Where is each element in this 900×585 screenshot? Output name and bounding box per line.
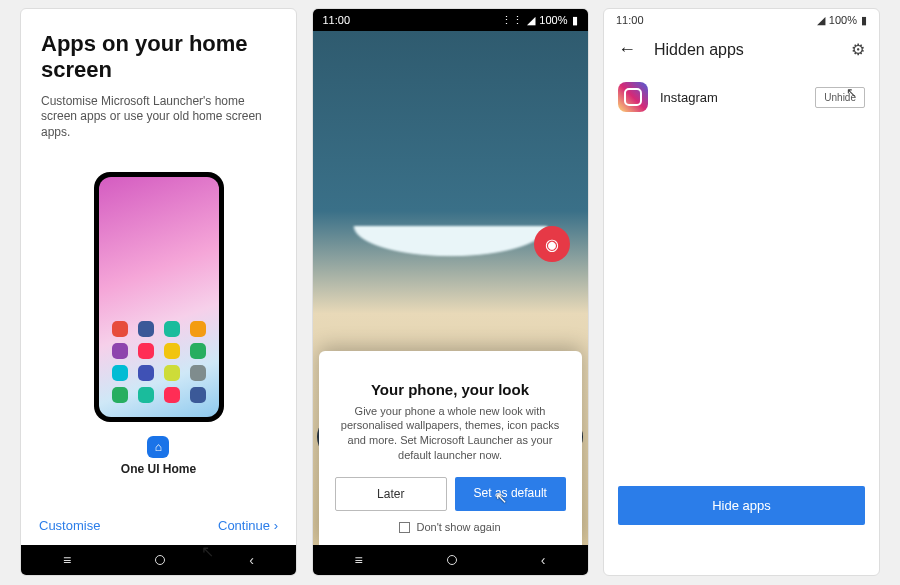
battery-icon: ▮	[861, 14, 867, 27]
screenshot-panel-1: Apps on your home screen Customise Micro…	[20, 8, 297, 576]
android-navbar: ≡ ‹	[313, 545, 588, 575]
unhide-button[interactable]: Unhide	[815, 87, 865, 108]
status-time: 11:00	[323, 14, 351, 26]
signal-icon: ◢	[817, 14, 825, 27]
onboarding-footer: Customise Continue	[21, 518, 296, 545]
home-button[interactable]	[447, 555, 457, 565]
back-button[interactable]: ‹	[541, 552, 546, 568]
status-bar: 11:00 ⋮⋮ ◢ 100% ▮	[313, 9, 588, 31]
later-button[interactable]: Later	[335, 477, 448, 511]
home-button[interactable]	[155, 555, 165, 565]
dont-show-row[interactable]: Don't show again	[335, 521, 566, 533]
android-navbar: ≡ ‹	[21, 545, 296, 575]
checkbox-icon[interactable]	[399, 522, 410, 533]
page-title: Apps on your home screen	[41, 31, 276, 84]
instagram-icon	[618, 82, 648, 112]
phone-preview: ⌂ One UI Home	[41, 141, 276, 508]
back-button[interactable]: ‹	[249, 552, 254, 568]
battery-text: 100%	[539, 14, 567, 26]
recents-button[interactable]: ≡	[355, 552, 363, 568]
cursor-icon: ↖	[846, 85, 857, 100]
hide-apps-button[interactable]: Hide apps	[618, 486, 865, 525]
cursor-icon: ↖	[495, 489, 508, 507]
launcher-name: One UI Home	[121, 462, 196, 476]
page-title: Hidden apps	[654, 41, 833, 59]
wifi-icon: ⋮⋮	[501, 14, 523, 27]
status-time: 11:00	[616, 14, 644, 26]
screenshot-panel-2: 11:00 ⋮⋮ ◢ 100% ▮ ◉ ▶ f ✆ ◈ Your phone, …	[312, 8, 589, 576]
page-header: ← Hidden apps ⚙	[604, 31, 879, 74]
mini-phone-screen	[99, 177, 219, 417]
battery-text: 100%	[829, 14, 857, 26]
hidden-app-row: Instagram Unhide	[604, 74, 879, 120]
signal-icon: ◢	[527, 14, 535, 27]
continue-link[interactable]: Continue	[218, 518, 278, 533]
status-bar: 11:00 ◢ 100% ▮	[604, 9, 879, 31]
set-default-button[interactable]: Set as default	[455, 477, 566, 511]
bottom-sheet: Your phone, your look Give your phone a …	[319, 351, 582, 545]
sheet-body: Give your phone a whole new look with pe…	[335, 404, 566, 463]
back-arrow-icon[interactable]: ←	[618, 39, 636, 60]
page-subtitle: Customise Microsoft Launcher's home scre…	[41, 94, 276, 141]
gear-icon[interactable]: ⚙	[851, 40, 865, 59]
battery-icon: ▮	[572, 14, 578, 27]
launcher-option[interactable]: ⌂ One UI Home	[121, 436, 196, 476]
cursor-icon: ↖	[201, 542, 214, 561]
dont-show-label: Don't show again	[416, 521, 500, 533]
onboarding-content: Apps on your home screen Customise Micro…	[21, 9, 296, 518]
recents-button[interactable]: ≡	[63, 552, 71, 568]
app-name: Instagram	[660, 90, 803, 105]
mini-phone-frame	[94, 172, 224, 422]
screenshot-panel-3: 11:00 ◢ 100% ▮ ← Hidden apps ⚙ Instagram…	[603, 8, 880, 576]
home-icon: ⌂	[147, 436, 169, 458]
customise-link[interactable]: Customise	[39, 518, 100, 533]
camera-shortcut-icon[interactable]: ◉	[534, 226, 570, 262]
sheet-title: Your phone, your look	[335, 381, 566, 398]
